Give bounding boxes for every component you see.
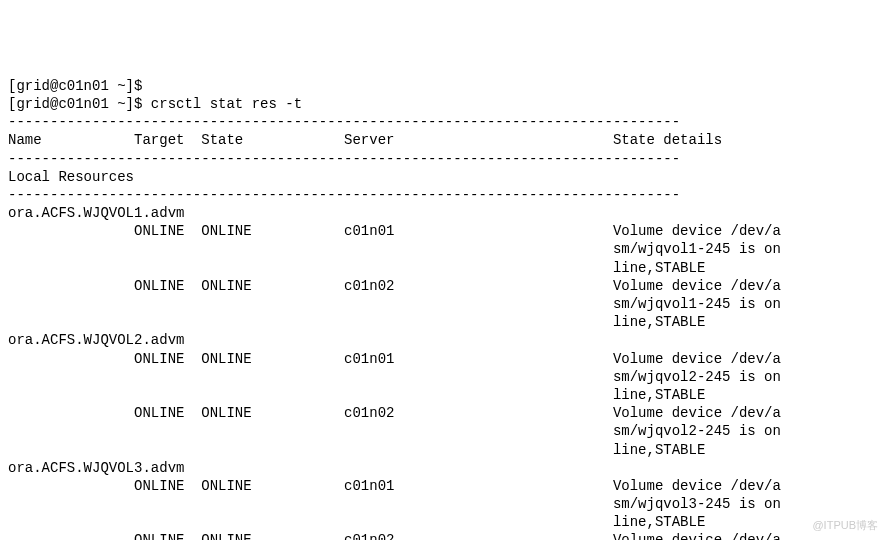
terminal-output: [grid@c01n01 ~]$ [grid@c01n01 ~]$ crsctl… [8, 77, 882, 540]
watermark: @ITPUB博客 [812, 518, 878, 532]
